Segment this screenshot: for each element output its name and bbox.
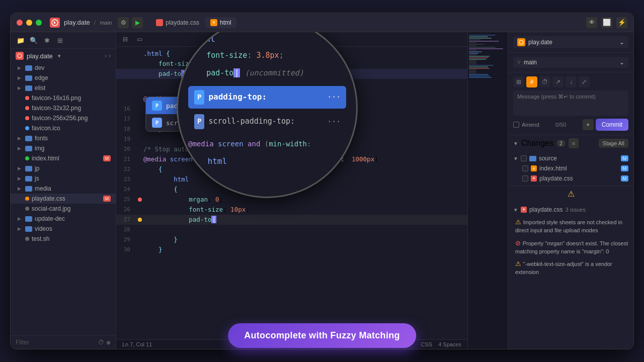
png-file-icon bbox=[25, 106, 29, 110]
filter-input[interactable] bbox=[16, 339, 96, 346]
folder-updatedec-icon bbox=[25, 216, 32, 222]
commit-button[interactable]: Commit bbox=[596, 119, 628, 131]
svg-point-2 bbox=[18, 54, 22, 58]
branch-label: main bbox=[100, 20, 112, 26]
app-icon bbox=[50, 18, 60, 28]
file-item-testsh[interactable]: test.sh bbox=[11, 234, 116, 244]
project-dropdown[interactable]: play.date ⌄ bbox=[513, 36, 628, 48]
close-button[interactable] bbox=[17, 20, 23, 26]
file-edge-label: edge bbox=[35, 74, 48, 81]
search-icon[interactable]: 🔍 bbox=[29, 35, 39, 45]
checkbox-playdatecss[interactable] bbox=[522, 175, 528, 182]
svg-marker-1 bbox=[157, 21, 162, 25]
asterisk-icon[interactable]: ✱ bbox=[42, 35, 52, 45]
run-button[interactable]: ▶ bbox=[132, 17, 143, 28]
sidebar: 📁 🔍 ✱ ⊞ play.date ▼ ‹ › ▶ bbox=[11, 32, 116, 349]
file-item-favicon32[interactable]: favicon-32x32.png bbox=[11, 103, 116, 113]
html-view-btn[interactable]: # bbox=[526, 76, 537, 87]
checkbox-source[interactable] bbox=[521, 155, 527, 161]
folder-edge-icon bbox=[25, 75, 32, 81]
traffic-lights bbox=[17, 20, 42, 26]
ai-icon[interactable]: ✦ bbox=[583, 119, 594, 130]
tab-css[interactable]: playdate.css bbox=[151, 17, 204, 28]
file-item-faviconico[interactable]: favicon.ico bbox=[11, 123, 116, 133]
rp-file-playdatecss[interactable]: ✦ playdate.css M bbox=[508, 173, 633, 184]
grid-icon[interactable]: ⊞ bbox=[55, 35, 65, 45]
issue-text-1: Imported style sheets are not checked in… bbox=[515, 219, 622, 233]
file-item-dev[interactable]: ▶ dev bbox=[11, 63, 116, 73]
ac-property-icon: P bbox=[152, 101, 162, 111]
issues-header[interactable]: ▼ ✦ playdate.css 3 issues bbox=[508, 204, 633, 216]
file-item-playdatecss[interactable]: playdate.css M bbox=[11, 194, 116, 204]
file-item-favicon16[interactable]: favicon-16x16.png bbox=[11, 93, 116, 103]
file-item-videos[interactable]: ▶ videos bbox=[11, 224, 116, 234]
file-item-js[interactable]: ▶ js bbox=[11, 173, 116, 184]
folder-elist-icon bbox=[25, 85, 32, 91]
amend-checkbox[interactable] bbox=[513, 122, 519, 128]
warning-triangle-icon: ⚠ bbox=[568, 189, 575, 199]
branch-icon: ⑂ bbox=[517, 59, 521, 66]
indent-selector[interactable]: 4 Spaces bbox=[438, 341, 461, 347]
branch-dropdown[interactable]: ⑂ main ⌄ bbox=[513, 57, 628, 68]
tab-html[interactable]: # html bbox=[205, 17, 236, 28]
stage-all-button[interactable]: Stage All bbox=[599, 139, 628, 148]
jpg-file-icon bbox=[25, 207, 29, 211]
sidebar-header[interactable]: play.date ▼ ‹ › bbox=[11, 49, 116, 62]
folder-fonts-icon bbox=[25, 136, 32, 141]
commit-message[interactable]: Message (press ⌘↵ to commit) bbox=[513, 90, 628, 116]
rp-toolbar-section: ⊞ # ⏱ ↗ ↓ ⤢ Message (press ⌘↵ to commit)… bbox=[508, 72, 633, 135]
clock-filter-icon: ⏱ bbox=[98, 339, 104, 346]
panel-layout-icon[interactable]: ▭ bbox=[134, 34, 144, 44]
commit-footer: Amend 0/50 ✦ Commit bbox=[513, 119, 628, 131]
svg-point-3 bbox=[519, 40, 523, 44]
checkbox-indexhtml[interactable] bbox=[522, 165, 528, 171]
sidebar-toolbar: 📁 🔍 ✱ ⊞ bbox=[11, 32, 116, 49]
settings-button[interactable]: ⚙ bbox=[118, 17, 129, 28]
folder-icon[interactable]: 📁 bbox=[16, 35, 26, 45]
changes-menu-icon[interactable]: ≡ bbox=[569, 138, 579, 148]
titlebar-right: 👁 ⬜ ⚡ bbox=[586, 17, 627, 28]
issue-text-3: "-webkit-text-size-adjust" is a vendor e… bbox=[515, 261, 612, 275]
file-item-img[interactable]: ▶ img bbox=[11, 143, 116, 153]
file-item-fonts[interactable]: ▶ fonts bbox=[11, 133, 116, 143]
modified-badge: M bbox=[103, 155, 111, 161]
file-item-media[interactable]: ▶ media bbox=[11, 184, 116, 194]
rp-branch-section: ⑂ main ⌄ bbox=[508, 53, 633, 72]
file-item-jp[interactable]: ▶ jp bbox=[11, 163, 116, 173]
rp-file-indexhtml-label: index.html bbox=[539, 165, 567, 172]
file-item-favicon256[interactable]: favicon-256x256.png bbox=[11, 113, 116, 123]
rp-file-indexhtml[interactable]: # index.html M bbox=[508, 163, 633, 173]
rp-folder-source[interactable]: ▼ source M bbox=[508, 153, 633, 163]
rp-playdatecss-badge: M bbox=[621, 175, 629, 182]
sep: / bbox=[94, 19, 96, 26]
panel-icon[interactable]: ⬜ bbox=[601, 17, 612, 28]
file-indexhtml-label: index.html bbox=[32, 155, 59, 162]
eye-icon[interactable]: 👁 bbox=[586, 17, 597, 28]
source-badge: M bbox=[621, 155, 629, 161]
history-btn[interactable]: ⏱ bbox=[539, 76, 550, 87]
issue-item-3: ⚠ "-webkit-text-size-adjust" is a vendor… bbox=[508, 257, 633, 279]
rp-branch-name: main bbox=[524, 59, 537, 66]
down-btn[interactable]: ↓ bbox=[566, 76, 577, 87]
file-item-socialcard[interactable]: social-card.jpg bbox=[11, 204, 116, 214]
file-item-indexhtml[interactable]: index.html M bbox=[11, 153, 116, 163]
split-view-icon[interactable]: ⊟ bbox=[120, 34, 130, 44]
file-playdatecss-label: playdate.css bbox=[32, 195, 65, 202]
language-selector[interactable]: CSS bbox=[421, 341, 433, 347]
editor-area: ⊟ ▭ .html { font-size: 3.8px; bbox=[116, 32, 467, 349]
chevron-icon: ▶ bbox=[18, 85, 23, 90]
expand-btn[interactable]: ⤢ bbox=[579, 76, 590, 87]
issues-count: 3 issues bbox=[566, 207, 586, 213]
arrow-left-icon[interactable]: ‹ bbox=[105, 52, 107, 59]
export-btn[interactable]: ↗ bbox=[552, 76, 564, 87]
folder-js-icon bbox=[25, 176, 32, 182]
arrow-right-icon[interactable]: › bbox=[109, 52, 111, 59]
file-item-edge[interactable]: ▶ edge bbox=[11, 73, 116, 83]
file-item-elist[interactable]: ▶ elist bbox=[11, 83, 116, 93]
file-dev-label: dev bbox=[35, 64, 44, 71]
maximize-button[interactable] bbox=[36, 20, 42, 26]
lightning-icon[interactable]: ⚡ bbox=[616, 17, 627, 28]
file-item-updatedec[interactable]: ▶ update-dec bbox=[11, 214, 116, 224]
minimize-button[interactable] bbox=[26, 20, 32, 26]
grid-view-btn[interactable]: ⊞ bbox=[513, 76, 524, 87]
